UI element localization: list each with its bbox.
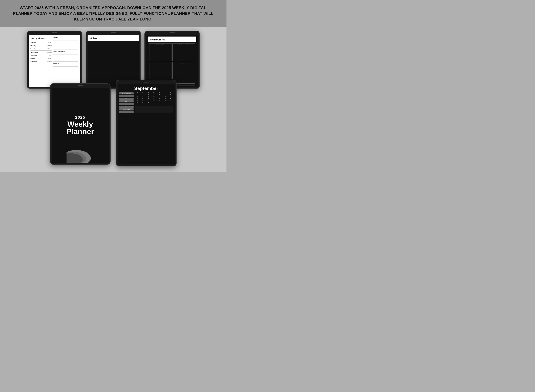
cal-day-2: 2 xyxy=(146,94,151,95)
cal-day-30: 30 xyxy=(146,102,151,103)
day-date-tuesday: 16 Sep xyxy=(47,48,52,50)
challenges-label: CHALLENGES xyxy=(173,44,194,45)
cal-day-t2: T xyxy=(156,92,162,93)
challenges-cell: CHALLENGES xyxy=(172,43,195,61)
notes-label: Notes: xyxy=(135,104,173,106)
cal-day-28: 28 xyxy=(135,102,140,103)
appt-line-4 xyxy=(53,60,78,62)
tablets-area: Weekly Planner Sunday 14 Sep Monday 15 S… xyxy=(0,27,227,172)
cal-day-s1: S xyxy=(135,92,140,93)
nav-week2[interactable]: Week 2 xyxy=(119,98,133,100)
nav-week3[interactable]: Week 3 xyxy=(119,100,133,103)
cal-day-16: 16 xyxy=(146,98,151,99)
gratitude-label: GRATITUDE xyxy=(150,63,171,64)
cover-waves xyxy=(66,134,94,163)
monthly-review-title: Monthly Review xyxy=(150,38,165,41)
cal-day-13: 13 xyxy=(168,96,173,98)
cal-day-f: F xyxy=(162,92,168,93)
day-row-monday: Monday 15 Sep xyxy=(30,44,52,47)
day-row-saturday: Saturday 20 Sep xyxy=(30,60,52,63)
task-line-1 xyxy=(53,39,78,40)
cal-day-25: 25 xyxy=(157,100,162,101)
cover-year: 2025 xyxy=(75,115,85,120)
personal-growth-cell: PERSONAL GROWTH xyxy=(172,62,195,79)
day-name-wednesday: Wednesday xyxy=(30,51,38,53)
cal-day-20: 20 xyxy=(168,98,173,99)
header-text: START 2025 WITH A FRESH, ORGANIZED APPRO… xyxy=(11,5,216,22)
cal-day-12: 12 xyxy=(162,96,168,98)
day-date-saturday: 20 Sep xyxy=(47,61,52,63)
weekly-planner-title: Weekly Planner xyxy=(30,37,52,40)
highlights-label: HIGHLIGHTS xyxy=(150,44,171,45)
cal-day-18: 18 xyxy=(157,98,162,99)
cal-day-t1: T xyxy=(146,92,151,93)
day-row-tuesday: Tuesday 16 Sep xyxy=(30,47,52,51)
task-line-4 xyxy=(53,46,78,47)
day-date-monday: 15 Sep xyxy=(47,45,52,47)
cal-day-23: 23 xyxy=(146,100,151,101)
cover-screen: 2025 Weekly Planner xyxy=(52,88,109,163)
cal-day-22: 22 xyxy=(140,100,146,101)
nav-week1[interactable]: Week 1 xyxy=(119,95,133,97)
day-row-thursday: Thursday 18 Sep xyxy=(30,54,52,57)
cal-day-19: 19 xyxy=(162,98,168,99)
day-date-wednesday: 17 Sep xyxy=(47,51,52,53)
september-screen: September Monthly Calendar Week 1 Week 2… xyxy=(118,84,175,164)
sep-nav: Monthly Calendar Week 1 Week 2 Week 3 We… xyxy=(119,92,133,113)
day-date-friday: 19 Sep xyxy=(47,58,52,59)
cal-day-17: 17 xyxy=(151,98,156,99)
cal-day-14: 14 xyxy=(135,98,140,99)
tablet-september: September Monthly Calendar Week 1 Week 2… xyxy=(116,80,176,166)
nav-monthly-calendar[interactable]: Monthly Calendar xyxy=(119,92,133,94)
september-title: September xyxy=(119,86,173,91)
cal-day-29: 29 xyxy=(140,102,146,103)
gratitude-cell: GRATITUDE xyxy=(149,62,172,79)
sep-layout: Monthly Calendar Week 1 Week 2 Week 3 We… xyxy=(119,92,173,113)
cover-title: Weekly Planner xyxy=(66,121,94,135)
nav-week4[interactable]: Week 4 xyxy=(119,103,133,105)
cal-day-4: 4 xyxy=(157,94,162,95)
task-line-3 xyxy=(53,43,78,45)
day-name-friday: Friday xyxy=(30,58,35,59)
day-date-sunday: 14 Sep xyxy=(47,42,52,43)
notes-section: Notes: xyxy=(135,104,173,113)
cal-empty-1 xyxy=(135,94,140,95)
day-row-sunday: Sunday 14 Sep xyxy=(30,41,52,44)
day-name-tuesday: Tuesday xyxy=(30,48,36,50)
events-label: EVENTS xyxy=(53,63,78,64)
cal-day-27: 27 xyxy=(168,100,173,101)
cal-day-24: 24 xyxy=(151,100,156,101)
cal-day-7: 7 xyxy=(135,96,140,98)
personal-growth-label: PERSONAL GROWTH xyxy=(173,63,194,64)
stickers-title: Stickers xyxy=(89,37,97,40)
day-name-sunday: Sunday xyxy=(30,42,36,43)
event-line-2 xyxy=(53,67,78,69)
tasks-label: TASKS xyxy=(53,37,78,38)
day-row-friday: Friday 19 Sep xyxy=(30,57,52,60)
bottom-row: 2025 Weekly Planner xyxy=(50,78,176,166)
day-name-thursday: Thursday xyxy=(30,55,37,56)
notes-box[interactable] xyxy=(135,106,173,113)
nav-week5[interactable]: Week 5 xyxy=(119,106,133,108)
tasks-column: TASKS APPOINTMENTS EVENTS xyxy=(53,37,78,70)
appointments-label: APPOINTMENTS xyxy=(53,51,78,52)
stickers-content xyxy=(88,41,139,83)
cal-day-8: 8 xyxy=(140,96,146,98)
day-row-wednesday: Wednesday 17 Sep xyxy=(30,51,52,54)
cal-day-6: 6 xyxy=(168,94,173,95)
day-name-saturday: Saturday xyxy=(30,61,37,63)
nav-monthly-review[interactable]: Monthly Review xyxy=(119,108,133,111)
event-line-1 xyxy=(53,65,78,67)
highlights-cell: HIGHLIGHTS xyxy=(149,43,172,61)
nav-stickers[interactable]: Stickers xyxy=(119,111,133,113)
cal-day-15: 15 xyxy=(140,98,146,99)
cal-day-1: 1 xyxy=(140,94,146,95)
cal-day-3: 3 xyxy=(151,94,156,95)
cal-day-21: 21 xyxy=(135,100,140,101)
cal-day-s2: S xyxy=(168,92,173,93)
cal-day-11: 11 xyxy=(157,96,162,98)
cal-day-9: 9 xyxy=(146,96,151,98)
cal-day-26: 26 xyxy=(162,100,168,101)
cal-grid: 1 2 3 4 5 6 7 8 9 10 11 12 13 xyxy=(135,94,173,103)
sep-calendar: S M T W T F S 1 2 3 xyxy=(135,92,173,113)
